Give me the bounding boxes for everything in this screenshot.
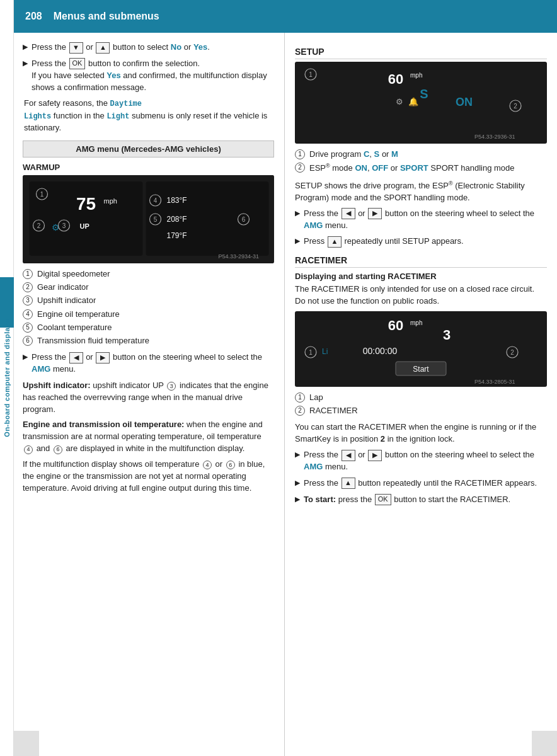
engine-num4: 6 <box>226 461 235 469</box>
rt-text2-suffix: in the ignition lock. <box>385 434 455 444</box>
svg-text:3: 3 <box>62 222 66 229</box>
warmup-svg: 1 75 mph 2 ⚙ 3 UP 4 183°F <box>23 175 274 263</box>
warmup-item-5: 5 Coolant temperature <box>23 322 274 333</box>
rt-b3-arrow: ▶ <box>295 495 300 506</box>
engine-num2: 6 <box>54 445 62 454</box>
warmup-item-6-label: Transmission fluid temperature <box>37 335 149 346</box>
rtb1-suffix2: menu. <box>323 462 348 471</box>
setup-right-btn[interactable]: ▶ <box>368 208 382 219</box>
svg-text:1: 1 <box>40 191 44 198</box>
setup-body: SETUP shows the drive program, the ESP® … <box>295 180 547 204</box>
setup-b1-arrow: ▶ <box>295 209 300 232</box>
yes-confirmed: Yes <box>106 71 120 80</box>
safety-middle: function in the <box>54 111 107 120</box>
svg-text:2: 2 <box>37 222 41 229</box>
down-triangle-button[interactable]: ▼ <box>69 42 83 54</box>
safety-prefix: For safety reasons, the <box>24 98 108 108</box>
racetimer-body: You can start the RACETIMER when the eng… <box>295 421 547 445</box>
warmup-item-6: 6 Transmission fluid temperature <box>23 335 274 346</box>
warmup-item-4-label: Engine oil temperature <box>37 309 120 320</box>
engine-paragraph: Engine and transmission oil temperature:… <box>23 419 274 455</box>
side-tab-label: On-board computer and displays <box>3 319 11 437</box>
page-header: 208 Menus and submenus <box>14 0 557 33</box>
bullet-content-2: Press the OK button to confirm the selec… <box>32 58 274 94</box>
warmup-image: 1 75 mph 2 ⚙ 3 UP 4 183°F <box>23 175 274 263</box>
main-content: ▶ Press the ▼ or ▲ button to select No o… <box>14 33 557 756</box>
rt-b2-arrow: ▶ <box>295 478 300 490</box>
setup-title: SETUP <box>295 47 547 59</box>
setup-item-2: 2 ESP® mode ON, OFF or SPORT SPORT handl… <box>295 162 547 175</box>
svg-text:00:00:00: 00:00:00 <box>363 346 398 356</box>
racetimer-subtitle: Displaying and starting RACETIMER <box>295 272 547 281</box>
svg-text:2: 2 <box>510 349 514 356</box>
bullet1-or: or <box>86 42 95 52</box>
rt-up-btn[interactable]: ▲ <box>342 478 355 489</box>
wb-suffix: button on the steering wheel to select t… <box>110 352 262 362</box>
warmup-item-2-label: Gear indicator <box>37 282 89 293</box>
upshift-paragraph: Upshift indicator: upshift indicator UP … <box>23 380 274 416</box>
engine-blue-prefix: If the multifunction display shows oil t… <box>23 459 202 469</box>
engine-text2: are displayed in white in the multifunct… <box>66 444 245 453</box>
svg-text:S: S <box>420 87 428 101</box>
rt-left-btn[interactable]: ◀ <box>342 450 355 461</box>
rt-b1-arrow: ▶ <box>295 450 300 473</box>
bullet2-prefix: Press the <box>32 59 69 68</box>
warmup-bullet-steer: ▶ Press the ◀ or ▶ button on the steerin… <box>23 352 274 375</box>
safety-note: For safety reasons, the DaytimeLights fu… <box>24 98 274 134</box>
right-column: SETUP 60 mph 1 S ON 2 ⚙ 🔔 <box>285 33 557 756</box>
rtb2-prefix: Press the <box>304 478 341 488</box>
svg-text:1: 1 <box>309 349 313 356</box>
racetimer-num-1: 1 <box>295 392 305 403</box>
engine-or: or <box>215 459 225 469</box>
wb-suffix2: menu. <box>50 364 76 374</box>
rtb1-prefix: Press the <box>304 450 341 459</box>
setup-item-1: 1 Drive program C, S or M <box>295 149 547 160</box>
svg-text:P54.33-2805-31: P54.33-2805-31 <box>474 379 515 385</box>
num-circle-6: 6 <box>23 336 33 346</box>
svg-text:mph: mph <box>104 197 117 205</box>
svg-text:Start: Start <box>413 365 429 374</box>
svg-text:Li: Li <box>322 347 328 356</box>
racetimer-item-2: 2 RACETIMER <box>295 405 547 416</box>
bullet-arrow-warmup: ▶ <box>23 352 28 375</box>
svg-text:179°F: 179°F <box>167 231 187 240</box>
bullet-arrow-1: ▶ <box>23 42 28 54</box>
left-arrow-button[interactable]: ◀ <box>69 352 83 364</box>
engine-num1: 4 <box>24 445 33 454</box>
setup-bullet-2: ▶ Press ▲ repeatedly until SETUP appears… <box>295 236 547 248</box>
rt-b3-content: To start: press the OK button to start t… <box>304 494 547 506</box>
setup-image: 60 mph 1 S ON 2 ⚙ 🔔 P54.33-2936-31 <box>295 62 547 144</box>
racetimer-title: RACETIMER <box>295 255 547 268</box>
num-circle-4: 4 <box>23 309 33 319</box>
engine-num3: 4 <box>203 461 212 469</box>
amg-section-box: AMG menu (Mercedes-AMG vehicles) <box>23 140 274 158</box>
wb-or: or <box>84 352 96 362</box>
warmup-item-3-label: Upshift indicator <box>37 295 96 306</box>
ok-button[interactable]: OK <box>69 58 86 69</box>
svg-rect-1 <box>30 181 143 256</box>
racetimer-items-list: 1 Lap 2 RACETIMER <box>295 392 547 416</box>
racetimer-item-1-label: Lap <box>309 392 323 403</box>
warmup-item-1-label: Digital speedometer <box>37 268 110 280</box>
svg-text:1: 1 <box>309 71 313 78</box>
upshift-bold: Upshift indicator: <box>23 381 91 390</box>
setup-up-btn[interactable]: ▲ <box>328 236 342 248</box>
up-triangle-button[interactable]: ▲ <box>96 42 110 54</box>
right-arrow-button[interactable]: ▶ <box>96 352 110 364</box>
setup-items-list: 1 Drive program C, S or M 2 ESP® mode ON… <box>295 149 547 175</box>
rt-ok-btn[interactable]: OK <box>375 494 391 505</box>
svg-text:P54.33-2934-31: P54.33-2934-31 <box>219 253 260 260</box>
setup-svg: 60 mph 1 S ON 2 ⚙ 🔔 P54.33-2936-31 <box>295 62 547 144</box>
setup-num-2: 2 <box>295 163 305 173</box>
num-circle-1: 1 <box>23 269 33 279</box>
num-circle-2: 2 <box>23 282 33 292</box>
racetimer-intro: The RACETIMER is only intended for use o… <box>295 284 547 307</box>
svg-text:🔔: 🔔 <box>408 96 419 107</box>
rtb3-bold: To start: <box>304 495 336 504</box>
svg-text:208°F: 208°F <box>167 215 187 224</box>
warmup-bullet-content: Press the ◀ or ▶ button on the steering … <box>32 352 274 375</box>
rt-right-btn[interactable]: ▶ <box>368 450 382 461</box>
racetimer-item-1: 1 Lap <box>295 392 547 403</box>
setup-left-btn[interactable]: ◀ <box>342 208 355 219</box>
setup-item-2-label: ESP® mode ON, OFF or SPORT SPORT handlin… <box>309 162 515 175</box>
